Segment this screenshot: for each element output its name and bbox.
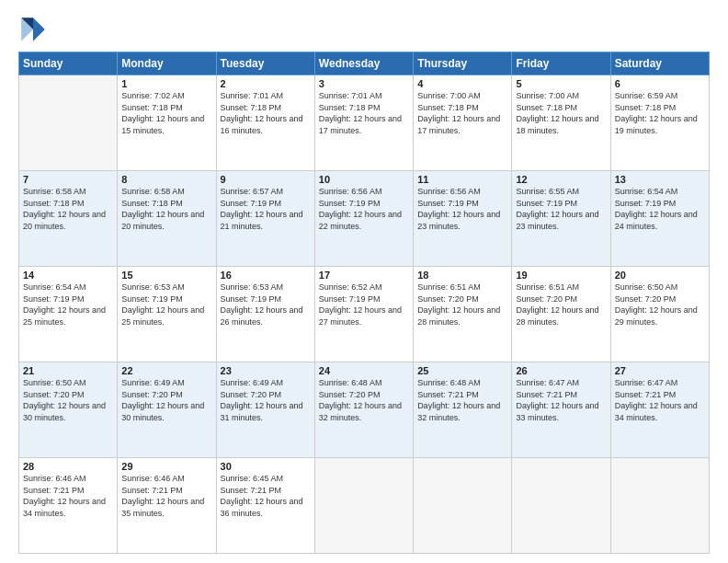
day-info: Sunrise: 6:58 AMSunset: 7:18 PMDaylight:…	[121, 186, 211, 232]
day-number: 15	[121, 270, 211, 281]
calendar-day-cell: 8Sunrise: 6:58 AMSunset: 7:18 PMDaylight…	[118, 171, 216, 267]
day-number: 17	[319, 270, 409, 281]
calendar-day-cell: 1Sunrise: 7:02 AMSunset: 7:18 PMDaylight…	[118, 75, 216, 171]
calendar-day-cell: 18Sunrise: 6:51 AMSunset: 7:20 PMDayligh…	[414, 267, 512, 362]
logo-icon	[18, 15, 48, 44]
calendar-day-cell: 27Sunrise: 6:47 AMSunset: 7:21 PMDayligh…	[610, 362, 709, 458]
weekday-header: Tuesday	[216, 52, 314, 75]
day-number: 16	[221, 270, 311, 281]
day-number: 30	[221, 461, 311, 472]
calendar-day-cell	[19, 75, 118, 171]
day-number: 10	[319, 174, 409, 185]
day-number: 1	[121, 78, 211, 89]
page: SundayMondayTuesdayWednesdayThursdayFrid…	[0, 0, 728, 563]
day-number: 6	[615, 78, 705, 89]
day-number: 2	[221, 78, 311, 89]
calendar-day-cell: 21Sunrise: 6:50 AMSunset: 7:20 PMDayligh…	[19, 362, 118, 458]
weekday-header: Wednesday	[314, 52, 413, 75]
calendar-day-cell: 3Sunrise: 7:01 AMSunset: 7:18 PMDaylight…	[314, 75, 413, 171]
calendar-day-cell: 11Sunrise: 6:56 AMSunset: 7:19 PMDayligh…	[414, 171, 512, 267]
day-number: 26	[516, 365, 606, 376]
day-number: 24	[319, 365, 409, 376]
calendar-week-row: 7Sunrise: 6:58 AMSunset: 7:18 PMDaylight…	[19, 171, 710, 267]
day-info: Sunrise: 6:55 AMSunset: 7:19 PMDaylight:…	[516, 186, 606, 232]
calendar-day-cell	[610, 458, 709, 554]
calendar-day-cell: 17Sunrise: 6:52 AMSunset: 7:19 PMDayligh…	[314, 267, 413, 362]
calendar-day-cell: 30Sunrise: 6:45 AMSunset: 7:21 PMDayligh…	[216, 458, 314, 554]
calendar-day-cell: 20Sunrise: 6:50 AMSunset: 7:20 PMDayligh…	[610, 267, 709, 362]
calendar-day-cell: 13Sunrise: 6:54 AMSunset: 7:19 PMDayligh…	[610, 171, 709, 267]
calendar-day-cell: 22Sunrise: 6:49 AMSunset: 7:20 PMDayligh…	[118, 362, 216, 458]
day-info: Sunrise: 6:54 AMSunset: 7:19 PMDaylight:…	[23, 282, 113, 327]
day-info: Sunrise: 6:52 AMSunset: 7:19 PMDaylight:…	[319, 282, 409, 327]
day-number: 19	[516, 270, 606, 281]
day-info: Sunrise: 6:57 AMSunset: 7:19 PMDaylight:…	[221, 186, 311, 232]
day-number: 21	[23, 365, 113, 376]
calendar-day-cell: 25Sunrise: 6:48 AMSunset: 7:21 PMDayligh…	[414, 362, 512, 458]
calendar-day-cell: 9Sunrise: 6:57 AMSunset: 7:19 PMDaylight…	[216, 171, 314, 267]
calendar-day-cell: 7Sunrise: 6:58 AMSunset: 7:18 PMDaylight…	[19, 171, 118, 267]
day-info: Sunrise: 6:48 AMSunset: 7:20 PMDaylight:…	[319, 377, 409, 423]
calendar-week-row: 14Sunrise: 6:54 AMSunset: 7:19 PMDayligh…	[19, 267, 710, 362]
calendar-day-cell	[314, 458, 413, 554]
calendar-week-row: 1Sunrise: 7:02 AMSunset: 7:18 PMDaylight…	[19, 75, 710, 171]
day-number: 12	[516, 174, 606, 185]
day-number: 7	[23, 174, 113, 185]
day-info: Sunrise: 6:46 AMSunset: 7:21 PMDaylight:…	[23, 473, 113, 519]
calendar-header-row: SundayMondayTuesdayWednesdayThursdayFrid…	[19, 52, 710, 75]
day-info: Sunrise: 6:49 AMSunset: 7:20 PMDaylight:…	[121, 377, 211, 423]
calendar-day-cell: 26Sunrise: 6:47 AMSunset: 7:21 PMDayligh…	[512, 362, 610, 458]
calendar-day-cell: 14Sunrise: 6:54 AMSunset: 7:19 PMDayligh…	[19, 267, 118, 362]
weekday-header: Monday	[118, 52, 216, 75]
day-info: Sunrise: 7:01 AMSunset: 7:18 PMDaylight:…	[221, 90, 311, 136]
day-number: 28	[23, 461, 113, 472]
calendar-day-cell: 12Sunrise: 6:55 AMSunset: 7:19 PMDayligh…	[512, 171, 610, 267]
weekday-header: Friday	[512, 52, 610, 75]
day-info: Sunrise: 6:53 AMSunset: 7:19 PMDaylight:…	[121, 282, 211, 327]
calendar-day-cell: 16Sunrise: 6:53 AMSunset: 7:19 PMDayligh…	[216, 267, 314, 362]
day-info: Sunrise: 6:48 AMSunset: 7:21 PMDaylight:…	[417, 377, 507, 423]
calendar-day-cell	[512, 458, 610, 554]
day-info: Sunrise: 6:56 AMSunset: 7:19 PMDaylight:…	[319, 186, 409, 232]
day-info: Sunrise: 7:00 AMSunset: 7:18 PMDaylight:…	[516, 90, 606, 136]
calendar-day-cell: 10Sunrise: 6:56 AMSunset: 7:19 PMDayligh…	[314, 171, 413, 267]
weekday-header: Thursday	[414, 52, 512, 75]
calendar-day-cell: 29Sunrise: 6:46 AMSunset: 7:21 PMDayligh…	[118, 458, 216, 554]
day-info: Sunrise: 6:46 AMSunset: 7:21 PMDaylight:…	[121, 473, 211, 519]
header	[18, 15, 710, 44]
day-number: 8	[121, 174, 211, 185]
day-info: Sunrise: 7:01 AMSunset: 7:18 PMDaylight:…	[319, 90, 409, 136]
day-info: Sunrise: 6:53 AMSunset: 7:19 PMDaylight:…	[221, 282, 311, 327]
day-number: 22	[121, 365, 211, 376]
day-info: Sunrise: 7:02 AMSunset: 7:18 PMDaylight:…	[121, 90, 211, 136]
calendar-day-cell	[414, 458, 512, 554]
day-info: Sunrise: 6:51 AMSunset: 7:20 PMDaylight:…	[516, 282, 606, 327]
day-number: 23	[221, 365, 311, 376]
day-info: Sunrise: 6:54 AMSunset: 7:19 PMDaylight:…	[615, 186, 705, 232]
day-number: 18	[417, 270, 507, 281]
day-info: Sunrise: 6:50 AMSunset: 7:20 PMDaylight:…	[23, 377, 113, 423]
weekday-header: Sunday	[19, 52, 118, 75]
calendar-week-row: 28Sunrise: 6:46 AMSunset: 7:21 PMDayligh…	[19, 458, 710, 554]
calendar-day-cell: 6Sunrise: 6:59 AMSunset: 7:18 PMDaylight…	[610, 75, 709, 171]
weekday-header: Saturday	[610, 52, 709, 75]
day-number: 4	[417, 78, 507, 89]
day-number: 3	[319, 78, 409, 89]
calendar-day-cell: 5Sunrise: 7:00 AMSunset: 7:18 PMDaylight…	[512, 75, 610, 171]
svg-marker-0	[33, 17, 45, 41]
day-number: 29	[121, 461, 211, 472]
day-number: 14	[23, 270, 113, 281]
calendar-day-cell: 15Sunrise: 6:53 AMSunset: 7:19 PMDayligh…	[118, 267, 216, 362]
calendar-day-cell: 24Sunrise: 6:48 AMSunset: 7:20 PMDayligh…	[314, 362, 413, 458]
day-info: Sunrise: 6:59 AMSunset: 7:18 PMDaylight:…	[615, 90, 705, 136]
calendar-day-cell: 2Sunrise: 7:01 AMSunset: 7:18 PMDaylight…	[216, 75, 314, 171]
day-number: 5	[516, 78, 606, 89]
calendar-week-row: 21Sunrise: 6:50 AMSunset: 7:20 PMDayligh…	[19, 362, 710, 458]
day-number: 9	[221, 174, 311, 185]
day-number: 20	[615, 270, 705, 281]
day-info: Sunrise: 6:49 AMSunset: 7:20 PMDaylight:…	[221, 377, 311, 423]
day-info: Sunrise: 6:45 AMSunset: 7:21 PMDaylight:…	[221, 473, 311, 519]
day-number: 25	[417, 365, 507, 376]
calendar-day-cell: 23Sunrise: 6:49 AMSunset: 7:20 PMDayligh…	[216, 362, 314, 458]
day-info: Sunrise: 6:51 AMSunset: 7:20 PMDaylight:…	[417, 282, 507, 327]
